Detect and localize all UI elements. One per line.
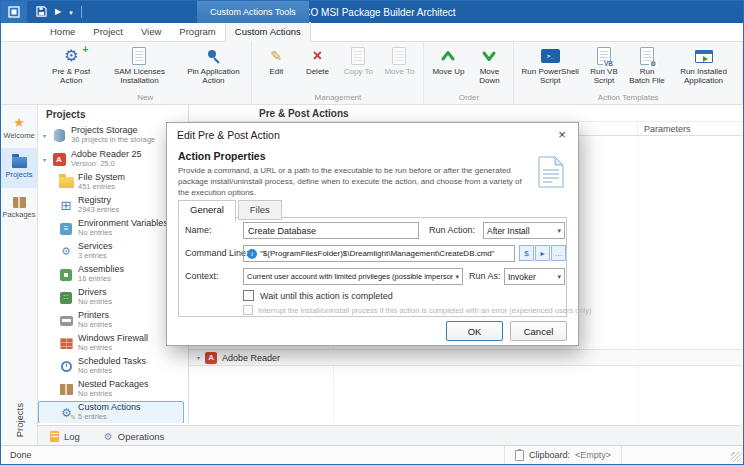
command-line-label: Command Line: bbox=[185, 248, 249, 258]
app-menu-button[interactable] bbox=[1, 1, 27, 23]
cancel-button[interactable]: Cancel bbox=[510, 321, 567, 341]
tab-program[interactable]: Program bbox=[170, 23, 224, 41]
delete-button[interactable]: × Delete bbox=[297, 43, 337, 92]
package-box-icon bbox=[60, 384, 73, 395]
clipboard-icon bbox=[515, 450, 524, 461]
tab-general[interactable]: General bbox=[178, 200, 236, 222]
tab-operations[interactable]: ⚙ Operations bbox=[104, 431, 164, 442]
ribbon-group-action-templates: >_ Run PowerShell Script VB Run VB Scrip… bbox=[514, 42, 743, 104]
chevron-down-icon: ▾ bbox=[557, 273, 561, 281]
sam-licenses-installation-button[interactable]: SAM Licenses Installation bbox=[100, 43, 178, 92]
application-window-icon bbox=[695, 50, 713, 63]
arrow-up-icon bbox=[440, 48, 456, 64]
page-title: Pre & Post Actions bbox=[259, 108, 349, 119]
move-down-button[interactable]: Move Down bbox=[469, 43, 509, 92]
chevron-down-icon: ▾ bbox=[455, 273, 459, 281]
tab-log[interactable]: Log bbox=[50, 431, 80, 442]
ribbon-group-management: ✎ Edit × Delete Copy To Move To Manageme… bbox=[252, 42, 424, 104]
edit-button[interactable]: ✎ Edit bbox=[256, 43, 296, 92]
group-label-management: Management bbox=[256, 92, 419, 104]
dialog-description: Provide a command, a URL or a path to th… bbox=[178, 165, 522, 199]
status-bar: Done Clipboard: <Empty> bbox=[1, 445, 743, 464]
projects-panel-title: Projects bbox=[38, 105, 188, 123]
qat-separator bbox=[81, 6, 82, 18]
rail-item-welcome[interactable]: ★ Welcome bbox=[1, 108, 37, 148]
window-title: EMCO MSI Package Builder Architect bbox=[1, 1, 743, 23]
tree-item-custom-actions[interactable]: ⚙✎ Custom Actions5 entries bbox=[38, 401, 184, 423]
expander-icon[interactable]: ▾ bbox=[43, 156, 51, 163]
browse-file-button[interactable]: ▸ bbox=[535, 245, 550, 261]
run-powershell-script-button[interactable]: >_ Run PowerShell Script bbox=[518, 43, 582, 92]
printer-icon bbox=[60, 316, 73, 326]
quick-access-toolbar: ▶ ▾ bbox=[27, 3, 91, 21]
run-vb-script-button[interactable]: VB Run VB Script bbox=[583, 43, 625, 92]
run-installed-application-button[interactable]: Run Installed Application bbox=[669, 43, 738, 92]
clipboard-label: Clipboard: bbox=[529, 450, 570, 460]
wait-checkbox-label: Wait until this action is completed bbox=[260, 291, 393, 301]
run-batch-file-button[interactable]: ⚙ Run Batch File bbox=[626, 43, 668, 92]
navigation-rail: ★ Welcome Projects Packages Projects bbox=[1, 105, 38, 445]
plus-icon: + bbox=[83, 44, 89, 55]
clock-icon bbox=[61, 361, 72, 372]
group-label-order: Order bbox=[428, 92, 509, 104]
qat-dropdown-icon[interactable]: ▾ bbox=[69, 9, 73, 16]
run-action-select[interactable]: After Install ▾ bbox=[483, 222, 565, 239]
application-window: ▶ ▾ Custom Actions Tools EMCO MSI Packag… bbox=[0, 0, 744, 465]
move-icon bbox=[392, 47, 406, 65]
save-icon[interactable] bbox=[36, 3, 47, 21]
column-header-parameters[interactable]: Parameters bbox=[638, 122, 742, 135]
services-icon: ⚙ bbox=[61, 246, 71, 257]
dialog-section-title: Action Properties bbox=[178, 150, 266, 162]
move-up-button[interactable]: Move Up bbox=[428, 43, 468, 92]
interrupt-checkbox-label: Interrupt the install/uninstall process … bbox=[258, 306, 592, 315]
assemblies-icon bbox=[60, 269, 72, 281]
tree-item-scheduled-tasks[interactable]: Scheduled TasksNo entries bbox=[38, 355, 188, 378]
table-group-row-adobe-reader[interactable]: ▾ A Adobe Reader bbox=[189, 349, 742, 366]
copy-icon bbox=[351, 47, 365, 65]
adobe-icon: A bbox=[205, 352, 217, 364]
close-icon[interactable]: × bbox=[547, 124, 577, 145]
ok-button[interactable]: OK bbox=[446, 321, 503, 341]
more-options-button[interactable]: … bbox=[551, 245, 566, 261]
clipboard-status: Clipboard: <Empty> bbox=[504, 446, 622, 464]
environment-variables-icon: ≡ bbox=[60, 223, 72, 235]
run-icon[interactable]: ▶ bbox=[55, 8, 61, 16]
expander-icon[interactable]: ▾ bbox=[43, 132, 51, 139]
tab-project[interactable]: Project bbox=[84, 23, 132, 41]
drivers-icon: ∷ bbox=[60, 292, 72, 304]
ribbon-group-order: Move Up Move Down Order bbox=[424, 42, 514, 104]
tree-item-nested-packages[interactable]: Nested PackagesNo entries bbox=[38, 378, 188, 401]
registry-icon: ⊞ bbox=[61, 199, 72, 212]
tab-files[interactable]: Files bbox=[238, 200, 282, 220]
pre-post-action-button[interactable]: ⚙+ Pre & Post Action bbox=[43, 43, 99, 92]
powershell-icon: >_ bbox=[541, 49, 560, 63]
context-label: Context: bbox=[185, 271, 219, 281]
clipboard-value: <Empty> bbox=[575, 450, 611, 460]
column-divider bbox=[638, 136, 639, 423]
dialog-document-icon bbox=[538, 156, 564, 192]
pin-application-action-button[interactable]: Pin Application Action bbox=[179, 43, 247, 92]
expander-icon[interactable]: ▾ bbox=[197, 354, 200, 361]
packages-icon bbox=[13, 197, 26, 208]
rail-item-projects[interactable]: Projects bbox=[1, 148, 37, 188]
database-icon bbox=[54, 129, 65, 142]
run-as-select[interactable]: Invoker ▾ bbox=[504, 268, 565, 285]
name-field[interactable] bbox=[243, 222, 419, 239]
resize-grip[interactable] bbox=[731, 452, 741, 462]
vb-script-icon: VB bbox=[597, 47, 611, 65]
insert-variable-button[interactable]: $ bbox=[519, 245, 534, 261]
bottom-tab-strip: Log ⚙ Operations bbox=[38, 425, 742, 447]
tab-home[interactable]: Home bbox=[41, 23, 84, 41]
rail-item-packages[interactable]: Packages bbox=[1, 188, 37, 228]
tab-custom-actions[interactable]: Custom Actions bbox=[225, 22, 311, 42]
firewall-icon bbox=[60, 338, 73, 349]
projects-icon bbox=[12, 157, 27, 168]
interrupt-checkbox bbox=[243, 305, 253, 315]
tab-view[interactable]: View bbox=[132, 23, 170, 41]
context-select[interactable]: Current user account with limited privil… bbox=[243, 268, 463, 285]
title-bar: ▶ ▾ Custom Actions Tools EMCO MSI Packag… bbox=[1, 1, 743, 23]
command-line-field[interactable]: i "$(ProgramFilesFolder)$\Dreamlight\Man… bbox=[243, 245, 515, 262]
copy-to-button: Copy To bbox=[338, 43, 378, 92]
wait-checkbox[interactable] bbox=[243, 290, 254, 301]
log-icon bbox=[50, 431, 59, 442]
